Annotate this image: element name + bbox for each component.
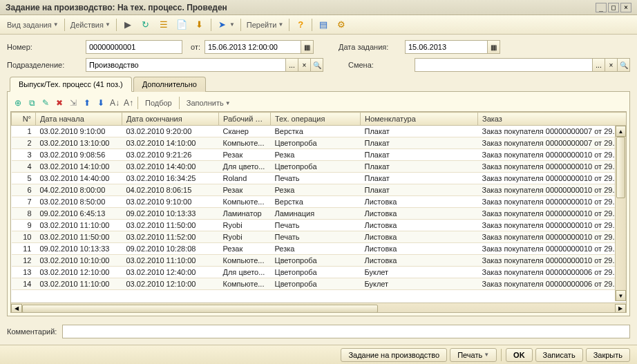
chevron-down-icon: ▼: [278, 21, 283, 28]
col-order[interactable]: Заказ: [478, 113, 627, 126]
clear-button[interactable]: ×: [605, 58, 618, 72]
copy-button[interactable]: ⧉: [26, 97, 38, 109]
goto-menu[interactable]: Перейти▼: [244, 18, 287, 32]
help-button[interactable]: ?: [292, 18, 309, 32]
table-row[interactable]: 1003.02.2010 11:50:0003.02.2010 11:52:00…: [12, 231, 627, 243]
col-date-start[interactable]: Дата начала: [36, 113, 122, 126]
minimize-button[interactable]: _: [596, 3, 607, 12]
table-row[interactable]: 303.02.2010 9:08:5603.02.2010 9:21:26Рез…: [12, 149, 627, 161]
cell: 3: [12, 149, 36, 161]
edit-button[interactable]: ✎: [39, 97, 52, 109]
actions-menu[interactable]: Действия▼: [68, 18, 113, 32]
shift-input[interactable]: [415, 58, 593, 72]
cell: Листовка: [361, 196, 478, 208]
cell: 03.02.2010 10:10:00: [36, 255, 122, 267]
comment-input[interactable]: [62, 325, 630, 338]
scroll-left-button[interactable]: ◀: [11, 304, 22, 314]
task-date-input[interactable]: [405, 40, 488, 54]
view-task-menu[interactable]: Вид задания▼: [4, 18, 61, 32]
save-button[interactable]: Записать: [535, 348, 583, 362]
chevron-down-icon: ▼: [105, 21, 111, 28]
move-up-button[interactable]: ⬆: [81, 97, 93, 109]
table-row[interactable]: 1109.02.2010 10:13:3309.02.2010 10:28:08…: [12, 243, 627, 255]
table-row[interactable]: 1203.02.2010 10:10:0003.02.2010 11:10:00…: [12, 255, 627, 267]
from-date-input[interactable]: [205, 40, 301, 54]
col-date-end[interactable]: Дата окончания: [122, 113, 219, 126]
select-button[interactable]: ...: [286, 58, 298, 72]
maximize-button[interactable]: □: [608, 3, 619, 12]
selection-button[interactable]: Подбор: [141, 97, 176, 109]
scroll-thumb[interactable]: [22, 305, 378, 313]
search-icon: 🔍: [313, 61, 321, 69]
close-button[interactable]: ×: [620, 3, 631, 12]
cell: Буклет: [361, 278, 478, 290]
cell: Заказ покупателя 00000000010 от 29...: [478, 208, 627, 220]
scroll-down-button[interactable]: ▼: [616, 290, 626, 301]
separator: [116, 19, 117, 31]
scroll-thumb[interactable]: [616, 137, 625, 198]
basis-button[interactable]: ➤▼: [214, 18, 238, 32]
calendar-button[interactable]: ▦: [488, 40, 500, 54]
vertical-scrollbar[interactable]: ▲ ▼: [615, 126, 626, 301]
cell: Буклет: [361, 267, 478, 278]
config1-button[interactable]: ▤: [315, 18, 332, 32]
close-doc-button[interactable]: Закрыть: [586, 348, 630, 362]
scroll-right-button[interactable]: ▶: [615, 304, 626, 314]
search-button[interactable]: 🔍: [618, 58, 630, 72]
col-workcenter[interactable]: Рабочий це...: [219, 113, 271, 126]
table-row[interactable]: 703.02.2010 8:50:0003.02.2010 9:10:00Ком…: [12, 196, 627, 208]
select-button[interactable]: ...: [593, 58, 605, 72]
table-row[interactable]: 203.02.2010 13:10:0003.02.2010 14:10:00К…: [12, 137, 627, 149]
post-button[interactable]: ▶: [120, 18, 136, 32]
sort-desc-button[interactable]: A↑: [122, 97, 135, 109]
end-button[interactable]: ⇲: [67, 97, 79, 109]
report-button[interactable]: 📄: [173, 18, 190, 32]
cell: 11: [12, 243, 36, 255]
col-number[interactable]: N°: [12, 113, 36, 126]
table-row[interactable]: 1303.02.2010 12:10:0003.02.2010 12:40:00…: [12, 267, 627, 278]
horizontal-scrollbar[interactable]: ◀ ▶: [11, 303, 626, 313]
clear-button[interactable]: ×: [298, 58, 311, 72]
tab-extra[interactable]: Дополнительно: [133, 77, 206, 92]
cell: 6: [12, 184, 36, 196]
scroll-track[interactable]: [616, 137, 626, 290]
table-scroll[interactable]: N° Дата начала Дата окончания Рабочий це…: [11, 112, 626, 303]
table-row[interactable]: 604.02.2010 8:00:0004.02.2010 8:06:15Рез…: [12, 184, 627, 196]
number-input[interactable]: [86, 40, 182, 54]
table-row[interactable]: 809.02.2010 6:45:1309.02.2010 10:13:33Ла…: [12, 208, 627, 220]
dept-input-group: ... × 🔍: [86, 58, 323, 72]
fill-menu[interactable]: Заполнить▼: [182, 97, 235, 109]
production-task-button[interactable]: Задание на производство: [341, 348, 447, 362]
cell: Компьюте...: [219, 196, 271, 208]
table-row[interactable]: 103.02.2010 9:10:0003.02.2010 9:20:00Ска…: [12, 126, 627, 137]
number-label: Номер:: [7, 43, 82, 51]
table-row[interactable]: 403.02.2010 14:10:0003.02.2010 14:40:00Д…: [12, 161, 627, 173]
scroll-track[interactable]: [22, 305, 615, 313]
col-nomenclature[interactable]: Номенклатура: [361, 113, 478, 126]
calendar-button[interactable]: ▦: [301, 40, 314, 54]
search-button[interactable]: 🔍: [311, 58, 323, 72]
print-menu[interactable]: Печать▼: [450, 348, 497, 362]
scroll-up-button[interactable]: ▲: [616, 126, 626, 137]
list-button[interactable]: ☰: [155, 18, 172, 32]
table-row[interactable]: 503.02.2010 14:40:0003.02.2010 16:34:25R…: [12, 173, 627, 184]
sort-asc-button[interactable]: A↓: [108, 97, 121, 109]
delete-button[interactable]: ✖: [53, 97, 66, 109]
structure-button[interactable]: ⬇: [191, 18, 208, 32]
add-button[interactable]: ⊕: [12, 97, 24, 109]
table-row[interactable]: 1403.02.2010 11:10:0003.02.2010 12:10:00…: [12, 278, 627, 290]
table-row[interactable]: 903.02.2010 11:10:0003.02.2010 11:50:00R…: [12, 220, 627, 231]
cell: 03.02.2010 11:50:00: [122, 220, 219, 231]
cell: Для цвето...: [219, 267, 271, 278]
move-down-button[interactable]: ⬇: [95, 97, 107, 109]
dept-input[interactable]: [86, 58, 286, 72]
config2-button[interactable]: ⚙: [333, 18, 350, 32]
refresh-button[interactable]: ↻: [137, 18, 154, 32]
tabs: Выпуск/Тех. процесс (41 поз.) Дополнител…: [7, 76, 630, 92]
cell: 13: [12, 267, 36, 278]
refresh-icon: ↻: [140, 19, 151, 30]
ok-button[interactable]: OK: [506, 348, 533, 362]
calendar-icon: ▦: [304, 44, 310, 51]
col-operation[interactable]: Тех. операция: [271, 113, 361, 126]
tab-release[interactable]: Выпуск/Тех. процесс (41 поз.): [10, 77, 132, 92]
